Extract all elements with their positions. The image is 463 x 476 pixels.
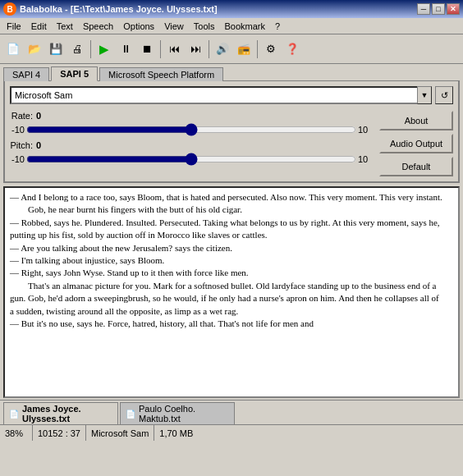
pitch-label-row: Pitch: 0 [10,140,373,150]
file-tab-maktub[interactable]: 📄 Paulo Coelho. Maktub.txt [120,402,235,424]
rate-slider[interactable] [26,124,356,135]
menu-help[interactable]: ? [270,21,285,32]
pitch-label: Pitch: [10,140,33,150]
tab-sapi5[interactable]: SAPI 5 [51,66,98,81]
maximize-button[interactable]: □ [432,3,445,15]
text-content[interactable]: — And I belong to a race too, says Bloom… [5,188,458,396]
pitch-slider-row: -10 10 [10,153,373,165]
rate-slider-row: -10 10 [10,124,373,135]
stop-button[interactable]: ⏹ [137,39,157,59]
rate-label: Rate: [10,111,33,121]
audio-output-button[interactable]: Audio Output [379,134,453,153]
toolbar-separator-2 [160,40,161,58]
menu-speech[interactable]: Speech [78,21,118,32]
status-voice: Microsoft Sam [86,425,154,441]
settings-button[interactable]: ⚙ [261,39,281,59]
menu-bar: File Edit Text Speech Options View Tools… [0,18,463,34]
print-button[interactable]: 🖨 [67,39,87,59]
rewind-button[interactable]: ⏮ [164,39,184,59]
slider-section: Rate: 0 -10 10 Pitch: 0 -10 10 About Aud… [10,111,453,176]
text-line-6: — Right, says John Wyse. Stand up to it … [10,267,445,279]
play-button[interactable]: ▶ [94,39,114,59]
status-bar: 38% 10152 : 37 Microsoft Sam 1,70 MB [0,424,463,441]
text-area-container: — And I belong to a race too, says Bloom… [3,186,460,398]
sapi-tabs: SAPI 4 SAPI 5 Microsoft Speech Platform [0,64,463,80]
menu-file[interactable]: File [2,21,26,32]
text-line-3: — Robbed, says he. Plundered. Insulted. … [10,217,445,242]
pitch-max: 10 [358,154,373,164]
menu-options[interactable]: Options [118,21,159,32]
file-tab-ulysses[interactable]: 📄 James Joyce. Ulysses.txt [3,402,118,424]
rate-max: 10 [358,125,373,135]
help-button[interactable]: ❓ [282,39,302,59]
file-tab-icon-1: 📄 [9,410,19,419]
close-button[interactable]: ✕ [447,3,460,15]
window-controls: ─ □ ✕ [417,3,460,15]
status-filesize: 1,70 MB [154,425,198,441]
status-position: 10152 : 37 [33,425,86,441]
text-line-5: — I'm talking about injustice, says Bloo… [10,254,445,267]
about-button[interactable]: About [379,111,453,130]
rate-label-row: Rate: 0 [10,111,373,121]
refresh-voices-button[interactable]: ↺ [435,86,453,104]
voice-dropdown-arrow[interactable]: ▼ [417,86,432,104]
pitch-value: 0 [36,140,49,150]
menu-view[interactable]: View [159,21,189,32]
toolbar: 📄 📂 💾 🖨 ▶ ⏸ ⏹ ⏮ ⏭ 🔊 📻 ⚙ ❓ [0,34,463,64]
text-line-1: — And I belong to a race too, says Bloom… [10,191,445,204]
text-line-8: — But it's no use, says he. Force, hatre… [10,318,445,330]
file-tab-label-1: James Joyce. Ulysses.txt [22,404,112,423]
audio-record-button[interactable]: 📻 [234,39,254,59]
tab-msp[interactable]: Microsoft Speech Platform [99,67,223,81]
text-line-4: — Are you talking about the new Jerusale… [10,242,445,254]
app-icon: B [3,2,16,16]
menu-edit[interactable]: Edit [26,21,52,32]
tab-sapi4[interactable]: SAPI 4 [3,67,49,81]
default-button[interactable]: Default [379,157,453,176]
status-zoom: 38% [0,425,33,441]
forward-button[interactable]: ⏭ [186,39,205,59]
text-line-2: Gob, he near burnt his fingers with the … [10,204,445,216]
minimize-button[interactable]: ─ [417,3,430,15]
save-button[interactable]: 💾 [46,39,66,59]
toolbar-separator-4 [257,40,258,58]
voice-select-wrapper: Microsoft Sam ▼ [10,86,432,104]
rate-pitch-block: Rate: 0 -10 10 Pitch: 0 -10 10 [10,111,373,176]
file-tab-label-2: Paulo Coelho. Maktub.txt [139,404,229,423]
tts-panel: Microsoft Sam ▼ ↺ Rate: 0 -10 10 Pitch: … [3,80,460,183]
toolbar-separator-1 [90,40,91,58]
menu-tools[interactable]: Tools [189,21,220,32]
menu-bookmark[interactable]: Bookmark [219,21,270,32]
voice-select[interactable]: Microsoft Sam [10,86,432,104]
new-button[interactable]: 📄 [3,39,23,59]
file-tabs: 📄 James Joyce. Ulysses.txt 📄 Paulo Coelh… [0,400,463,424]
text-line-7: That's an almanac picture for you. Mark … [10,280,445,318]
rate-min: -10 [10,125,25,135]
menu-text[interactable]: Text [52,21,78,32]
open-button[interactable]: 📂 [25,39,44,59]
toolbar-separator-3 [209,40,209,58]
voice-selector-row: Microsoft Sam ▼ ↺ [10,86,453,104]
pitch-slider[interactable] [26,153,356,165]
audio-save-button[interactable]: 🔊 [213,39,232,59]
title-text: Balabolka - [E:\Text\James Joyce. Ulysse… [20,4,218,14]
title-bar: B Balabolka - [E:\Text\James Joyce. Ulys… [0,0,463,18]
pitch-min: -10 [10,154,25,164]
rate-value: 0 [36,111,49,121]
pause-button[interactable]: ⏸ [116,39,135,59]
panel-buttons: About Audio Output Default [379,111,453,176]
file-tab-icon-2: 📄 [126,410,135,419]
